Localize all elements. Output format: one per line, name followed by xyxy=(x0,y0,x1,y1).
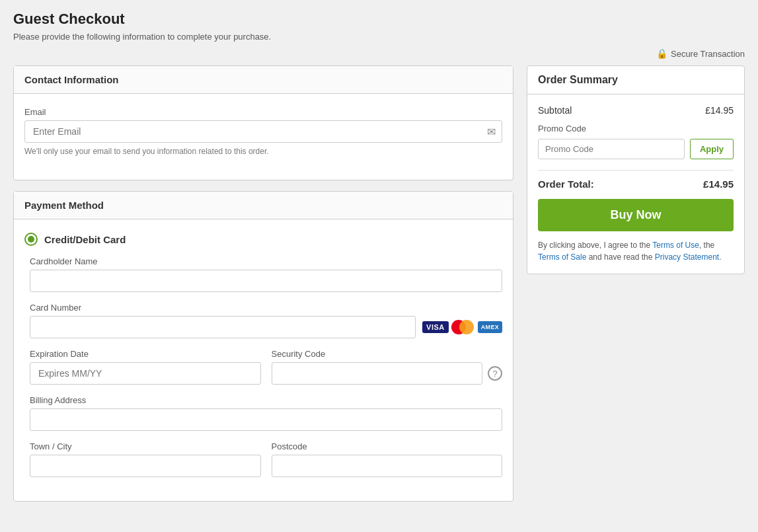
payment-option-label: Credit/Debit Card xyxy=(44,234,126,245)
order-summary-card: Order Summary Subtotal £14.95 Promo Code… xyxy=(527,65,745,274)
left-column: Contact Information Email ✉ We'll only u… xyxy=(13,65,513,502)
terms-comma: , the xyxy=(699,241,714,250)
card-number-label: Card Number xyxy=(30,303,502,313)
card-number-group: Card Number VISA AMEX xyxy=(30,303,502,338)
email-envelope-icon: ✉ xyxy=(487,126,496,138)
credit-debit-card-option[interactable]: Credit/Debit Card xyxy=(24,233,502,246)
expiry-input[interactable] xyxy=(30,362,261,385)
email-wrapper: ✉ xyxy=(24,120,502,143)
terms-period: . xyxy=(719,252,721,262)
postcode-field-group: Postcode xyxy=(272,441,503,477)
card-number-input[interactable] xyxy=(30,316,416,338)
card-form: Cardholder Name Card Number VISA xyxy=(24,256,502,488)
contact-information-section: Contact Information Email ✉ We'll only u… xyxy=(13,65,513,180)
mastercard-logo xyxy=(451,319,475,335)
order-total-row: Order Total: £14.95 xyxy=(538,178,734,190)
page-title: Guest Checkout xyxy=(13,11,745,28)
contact-section-header: Contact Information xyxy=(14,66,513,94)
card-logos: VISA AMEX xyxy=(422,319,502,335)
postcode-input[interactable] xyxy=(272,455,503,477)
payment-section-header: Payment Method xyxy=(14,192,513,219)
security-label: Security Code xyxy=(272,349,503,359)
terms-middle: and have read the xyxy=(586,252,654,262)
order-summary-header: Order Summary xyxy=(527,66,744,95)
expiry-field-group: Expiration Date xyxy=(30,349,261,385)
billing-address-group: Billing Address xyxy=(30,395,502,431)
privacy-statement-link[interactable]: Privacy Statement xyxy=(655,252,719,262)
expiry-security-row: Expiration Date Security Code ? xyxy=(30,349,502,395)
contact-section-body: Email ✉ We'll only use your email to sen… xyxy=(14,94,513,180)
order-total-value: £14.95 xyxy=(703,178,734,190)
promo-code-row: Apply xyxy=(538,139,734,159)
right-column: Order Summary Subtotal £14.95 Promo Code… xyxy=(527,65,745,274)
expiry-label: Expiration Date xyxy=(30,349,261,359)
apply-promo-button[interactable]: Apply xyxy=(690,139,734,159)
payment-radio-dot xyxy=(28,236,34,243)
visa-logo: VISA xyxy=(422,321,449,333)
order-total-label: Order Total: xyxy=(538,178,594,190)
terms-of-sale-link[interactable]: Terms of Sale xyxy=(538,252,586,262)
subtotal-value: £14.95 xyxy=(705,105,734,116)
security-field-group: Security Code ? xyxy=(272,349,503,385)
email-label: Email xyxy=(24,107,502,117)
subtotal-label: Subtotal xyxy=(538,105,572,116)
postcode-label: Postcode xyxy=(272,441,503,451)
security-code-help-icon[interactable]: ? xyxy=(488,366,502,381)
terms-before: By clicking above, I agree to the xyxy=(538,241,652,250)
subtotal-row: Subtotal £14.95 xyxy=(538,105,734,116)
billing-address-input[interactable] xyxy=(30,408,502,431)
buy-now-button[interactable]: Buy Now xyxy=(538,199,734,231)
town-field-group: Town / City xyxy=(30,441,261,477)
payment-method-section: Payment Method Credit/Debit Card Cardhol… xyxy=(13,191,513,502)
town-label: Town / City xyxy=(30,441,261,451)
town-input[interactable] xyxy=(30,455,261,477)
payment-section-body: Credit/Debit Card Cardholder Name Card N… xyxy=(14,219,513,501)
page-subtitle: Please provide the following information… xyxy=(13,32,745,42)
terms-of-use-link[interactable]: Terms of Use xyxy=(652,241,699,250)
security-code-input[interactable] xyxy=(272,362,483,385)
billing-label: Billing Address xyxy=(30,395,502,405)
security-wrapper: ? xyxy=(272,362,503,385)
mastercard-right-circle xyxy=(459,320,474,334)
lock-icon: 🔒 xyxy=(656,48,667,59)
terms-text: By clicking above, I agree to the Terms … xyxy=(538,239,734,263)
cardholder-label: Cardholder Name xyxy=(30,256,502,266)
card-number-wrapper: VISA AMEX xyxy=(30,316,502,338)
amex-logo: AMEX xyxy=(478,321,502,333)
email-input[interactable] xyxy=(24,120,502,143)
town-postcode-row: Town / City Postcode xyxy=(30,441,502,488)
promo-code-input[interactable] xyxy=(538,139,685,159)
summary-divider xyxy=(538,170,734,171)
cardholder-name-group: Cardholder Name xyxy=(30,256,502,292)
secure-label: Secure Transaction xyxy=(671,49,745,59)
cardholder-name-input[interactable] xyxy=(30,270,502,292)
order-summary-body: Subtotal £14.95 Promo Code Apply Order T… xyxy=(527,95,744,274)
email-note: We'll only use your email to send you in… xyxy=(24,147,502,156)
promo-code-label: Promo Code xyxy=(538,124,734,133)
email-field-group: Email ✉ We'll only use your email to sen… xyxy=(24,107,502,156)
payment-radio[interactable] xyxy=(24,233,38,246)
